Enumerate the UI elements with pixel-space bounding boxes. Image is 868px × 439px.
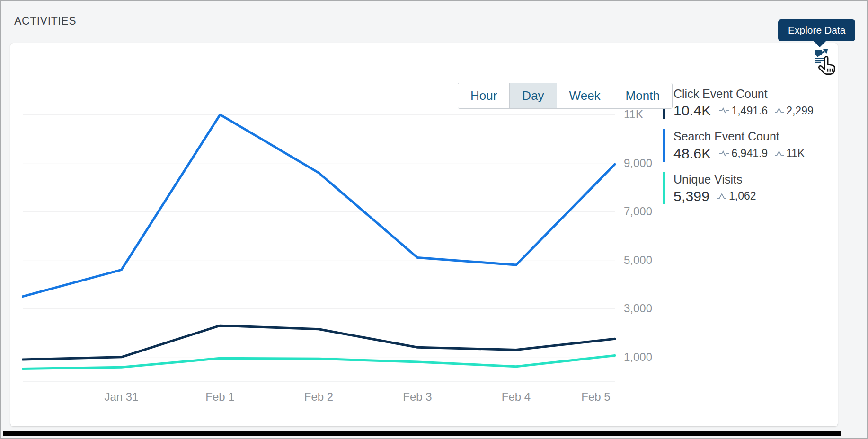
- activities-line-chart[interactable]: 1,0003,0005,0007,0009,00011KJan 31Feb 1F…: [22, 76, 665, 410]
- y-axis-label: 11K: [624, 108, 643, 121]
- activities-card: HourDayWeekMonth 1,0003,0005,0007,0009,0…: [10, 43, 838, 426]
- legend-color-bar: [663, 172, 665, 204]
- x-axis-label: Feb 3: [403, 390, 432, 403]
- legend-label: Click Event Count: [673, 87, 820, 101]
- interval-button-month[interactable]: Month: [613, 83, 672, 108]
- y-axis-label: 7,000: [624, 205, 652, 218]
- legend-item-unique-visits[interactable]: Unique Visits5,3991,062: [663, 172, 835, 204]
- legend-average: 6,941.9: [718, 147, 768, 160]
- interval-button-day[interactable]: Day: [509, 83, 556, 108]
- legend-total: 10.4K: [673, 103, 711, 119]
- interval-button-hour[interactable]: Hour: [458, 83, 509, 108]
- average-icon: [718, 106, 730, 115]
- explore-data-tooltip-label: Explore Data: [788, 25, 845, 36]
- explore-data-icon[interactable]: [814, 49, 828, 63]
- legend-peak: 1,062: [717, 190, 756, 202]
- interval-toggle: HourDayWeekMonth: [458, 83, 673, 109]
- chart-legend: Click Event Count10.4K1,491.62,299Search…: [663, 87, 835, 204]
- legend-color-bar: [663, 129, 665, 161]
- x-axis-label: Jan 31: [104, 390, 138, 403]
- y-axis-label: 3,000: [624, 302, 652, 315]
- legend-peak: 11K: [774, 147, 805, 160]
- page-title: ACTIVITIES: [14, 15, 76, 27]
- legend-label: Search Event Count: [673, 129, 811, 144]
- legend-total: 48.6K: [673, 146, 711, 162]
- y-axis-label: 9,000: [624, 157, 652, 169]
- legend-item-click-event-count[interactable]: Click Event Count10.4K1,491.62,299: [663, 87, 835, 119]
- peak-icon: [774, 149, 785, 158]
- interval-button-week[interactable]: Week: [557, 83, 613, 108]
- series-line-click-event-count[interactable]: [23, 325, 615, 360]
- peak-icon: [717, 192, 727, 201]
- peak-icon: [774, 106, 785, 115]
- y-axis-label: 1,000: [624, 351, 652, 363]
- legend-label: Unique Visits: [673, 172, 763, 187]
- legend-average: 1,491.6: [718, 105, 768, 117]
- legend-item-search-event-count[interactable]: Search Event Count48.6K6,941.911K: [663, 129, 835, 161]
- explore-data-tooltip: Explore Data: [778, 19, 855, 41]
- average-icon: [718, 149, 730, 158]
- x-axis-label: Feb 5: [581, 390, 610, 403]
- x-axis-label: Feb 1: [205, 390, 234, 403]
- x-axis-label: Feb 4: [502, 390, 531, 403]
- y-axis-label: 5,000: [624, 254, 652, 266]
- series-line-search-event-count[interactable]: [23, 114, 615, 296]
- legend-peak: 2,299: [774, 105, 814, 117]
- legend-total: 5,399: [673, 188, 709, 204]
- x-axis-label: Feb 2: [304, 390, 333, 403]
- window: ACTIVITIES Explore Data H: [0, 0, 868, 439]
- next-section-edge: [3, 431, 841, 436]
